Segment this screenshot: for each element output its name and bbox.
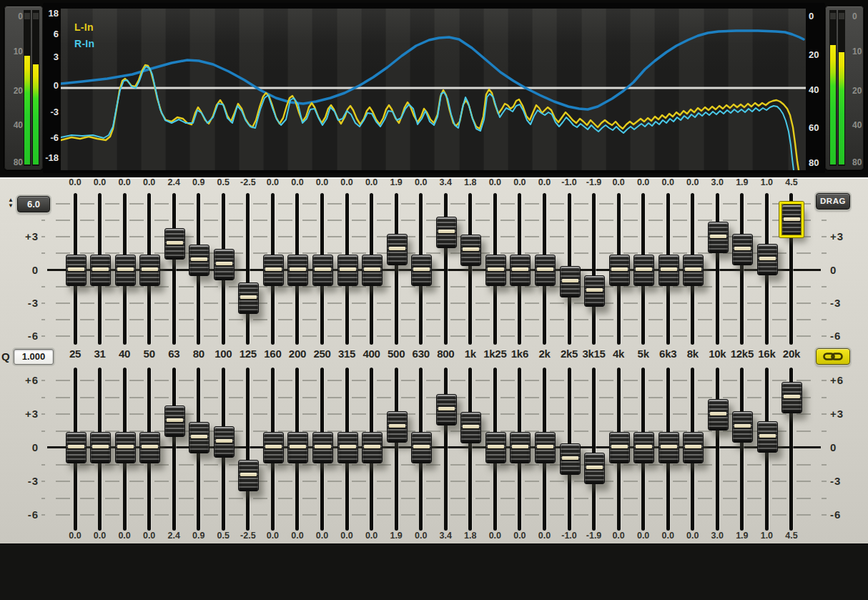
- fader-handle[interactable]: [683, 432, 704, 463]
- meter-level-bar: [839, 52, 844, 164]
- fader-handle[interactable]: [387, 411, 408, 443]
- fader-handle[interactable]: [510, 432, 531, 463]
- fader-track[interactable]: [246, 368, 250, 531]
- fader-handle-mark: [636, 267, 652, 271]
- fader-handle[interactable]: [66, 255, 87, 286]
- legend-r-in: R-In: [74, 38, 94, 49]
- fader-handle[interactable]: [609, 255, 630, 286]
- fader-handle[interactable]: [708, 222, 729, 253]
- fader-handle[interactable]: [560, 266, 581, 297]
- fader-track[interactable]: [444, 193, 448, 345]
- fader-track[interactable]: [246, 193, 250, 345]
- drag-mode-button[interactable]: DRAG: [816, 193, 850, 210]
- meter-scale-label: 0: [7, 11, 23, 21]
- fader-handle[interactable]: [139, 255, 160, 286]
- fader-track[interactable]: [716, 368, 719, 531]
- fader-handle-mark: [562, 279, 578, 282]
- fader-track[interactable]: [592, 368, 596, 531]
- fader-handle[interactable]: [238, 282, 259, 314]
- meter-level-bar: [24, 56, 30, 164]
- fader-handle[interactable]: [362, 255, 383, 286]
- fader-handle[interactable]: [485, 432, 506, 463]
- fader-handle[interactable]: [757, 421, 778, 453]
- fader-handle[interactable]: [609, 432, 630, 463]
- fader-handle-mark: [68, 445, 84, 448]
- fader-track[interactable]: [444, 368, 448, 531]
- zero-gain-line: [47, 446, 821, 448]
- gain-scale-label: +6: [830, 374, 860, 386]
- range-stepper-arrows-icon[interactable]: ▲▼: [6, 197, 15, 209]
- fader-handle[interactable]: [90, 432, 111, 463]
- q-value-field[interactable]: 1.000: [14, 349, 54, 365]
- fader-track[interactable]: [395, 368, 398, 531]
- fader-handle[interactable]: [189, 245, 209, 276]
- fader-handle-mark: [315, 267, 331, 271]
- fader-track[interactable]: [172, 368, 176, 531]
- fader-handle[interactable]: [584, 453, 605, 484]
- fader-handle[interactable]: [708, 399, 729, 431]
- fader-track[interactable]: [592, 193, 596, 345]
- fader-handle[interactable]: [287, 255, 308, 286]
- fader-handle[interactable]: [287, 432, 308, 463]
- fader-handle[interactable]: [560, 443, 581, 475]
- fader-handle[interactable]: [535, 255, 556, 286]
- fader-handle-mark: [389, 247, 405, 250]
- spectrum-axis-label: -6: [41, 132, 59, 143]
- fader-handle[interactable]: [460, 235, 481, 266]
- fader-handle[interactable]: [214, 249, 235, 280]
- fader-handle[interactable]: [659, 255, 679, 286]
- fader-handle[interactable]: [312, 255, 333, 286]
- fader-handle[interactable]: [757, 244, 778, 275]
- fader-handle[interactable]: [164, 405, 185, 437]
- fader-handle[interactable]: [436, 217, 457, 248]
- meter-level-bar: [830, 45, 836, 164]
- fader-handle[interactable]: [263, 255, 284, 286]
- fader-handle[interactable]: [312, 432, 333, 463]
- fader-handle[interactable]: [633, 255, 654, 286]
- fader-handle[interactable]: [732, 411, 753, 443]
- fader-handle[interactable]: [115, 255, 136, 286]
- gain-tick-line: [41, 514, 827, 516]
- fader-handle[interactable]: [214, 426, 235, 458]
- fader-handle[interactable]: [659, 432, 679, 463]
- fader-handle[interactable]: [238, 460, 259, 491]
- fader-handle[interactable]: [732, 234, 753, 265]
- fader-handle[interactable]: [337, 432, 358, 463]
- fader-track[interactable]: [468, 368, 472, 531]
- meter-scale-label: 20: [7, 86, 23, 96]
- link-channels-button[interactable]: [816, 348, 850, 365]
- fader-handle[interactable]: [90, 255, 111, 286]
- fader-track[interactable]: [395, 193, 398, 345]
- fader-track[interactable]: [468, 193, 472, 345]
- fader-handle[interactable]: [633, 432, 654, 463]
- fader-track[interactable]: [740, 193, 744, 345]
- fader-handle[interactable]: [781, 382, 802, 413]
- fader-track[interactable]: [172, 193, 176, 345]
- fader-handle[interactable]: [115, 432, 136, 463]
- fader-handle[interactable]: [387, 234, 408, 265]
- fader-handle[interactable]: [584, 275, 605, 307]
- fader-handle[interactable]: [139, 432, 160, 463]
- fader-handle[interactable]: [436, 394, 457, 426]
- fader-handle[interactable]: [510, 255, 531, 286]
- fader-handle[interactable]: [66, 432, 87, 463]
- band-gain-value[interactable]: 4.5: [776, 177, 807, 187]
- fader-handle[interactable]: [460, 412, 481, 443]
- fader-track[interactable]: [740, 368, 744, 531]
- fader-handle[interactable]: [263, 432, 284, 463]
- fader-handle[interactable]: [535, 432, 556, 463]
- fader-handle[interactable]: [683, 255, 704, 286]
- fader-handle-mark: [512, 445, 528, 448]
- fader-track[interactable]: [716, 193, 719, 345]
- fader-handle[interactable]: [189, 422, 209, 453]
- fader-handle-mark: [290, 445, 306, 448]
- fader-handle[interactable]: [411, 432, 432, 463]
- range-value-button[interactable]: 6.0: [17, 196, 50, 212]
- fader-handle[interactable]: [337, 255, 358, 286]
- gain-tick-line: [41, 464, 827, 466]
- fader-handle[interactable]: [164, 228, 185, 260]
- band-gain-value[interactable]: 4.5: [776, 531, 807, 541]
- fader-handle[interactable]: [485, 255, 506, 286]
- fader-handle[interactable]: [411, 255, 432, 286]
- fader-handle[interactable]: [362, 432, 383, 463]
